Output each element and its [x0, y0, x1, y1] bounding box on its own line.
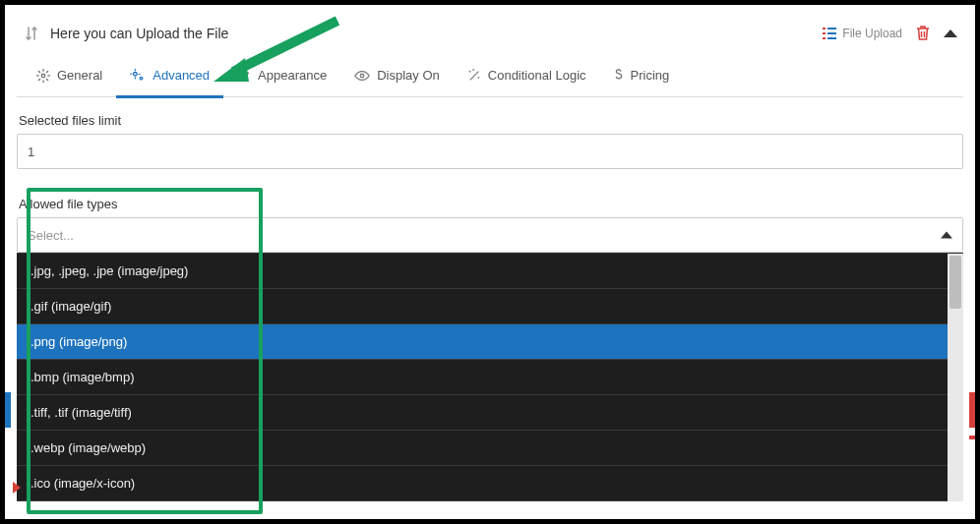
- selected-files-label: Selected files limit: [19, 113, 963, 128]
- panel-title: Here you can Upload the File: [50, 26, 228, 41]
- svg-point-21: [360, 74, 364, 78]
- gear-icon: [36, 69, 50, 83]
- caret-up-icon: [941, 232, 952, 239]
- tab-conditional-logic[interactable]: Conditional Logic: [454, 54, 600, 97]
- svg-rect-4: [827, 32, 836, 34]
- svg-point-6: [41, 74, 45, 78]
- allowed-types-select[interactable]: Select...: [17, 217, 963, 253]
- delete-button[interactable]: [916, 26, 930, 41]
- dropdown-option[interactable]: .ico (image/x-icon): [17, 466, 963, 501]
- allowed-types-placeholder: Select...: [28, 228, 74, 243]
- dropdown-option[interactable]: .tiff, .tif (image/tiff): [17, 395, 963, 431]
- svg-rect-3: [827, 28, 836, 29]
- edge-strip-blue: [5, 392, 11, 428]
- allowed-types-dropdown: .jpg, .jpeg, .jpe (image/jpeg) .gif (ima…: [17, 253, 963, 501]
- svg-line-11: [38, 71, 40, 73]
- svg-point-22: [469, 70, 471, 72]
- dropdown-option[interactable]: .bmp (image/bmp): [17, 360, 963, 395]
- tab-general[interactable]: General: [23, 54, 116, 97]
- trash-icon: [916, 26, 930, 41]
- svg-line-12: [46, 79, 48, 81]
- tab-label: Conditional Logic: [488, 68, 586, 83]
- text-cursor: [28, 227, 29, 245]
- dropdown-option[interactable]: .png (image/png): [17, 324, 963, 360]
- selected-files-input[interactable]: [17, 134, 963, 169]
- tab-label: Advanced: [153, 68, 210, 83]
- allowed-types-label: Allowed file types: [19, 197, 963, 211]
- svg-point-24: [472, 69, 474, 71]
- tab-advanced[interactable]: Advanced: [116, 54, 223, 97]
- brush-icon: [237, 69, 251, 83]
- field-type-label: File Upload: [842, 27, 902, 40]
- tab-pricing[interactable]: Pricing: [600, 54, 684, 97]
- svg-line-14: [46, 71, 48, 73]
- dropdown-option[interactable]: .jpg, .jpeg, .jpe (image/jpeg): [17, 254, 963, 289]
- svg-rect-5: [827, 37, 836, 39]
- dropdown-option[interactable]: .webp (image/webp): [17, 431, 963, 466]
- svg-point-23: [477, 76, 479, 78]
- eye-icon: [354, 69, 370, 83]
- svg-point-15: [134, 72, 138, 76]
- svg-point-16: [140, 77, 143, 80]
- drag-handle-icon[interactable]: [23, 25, 40, 42]
- svg-rect-1: [823, 32, 826, 34]
- red-triangle-icon: [13, 482, 21, 494]
- svg-line-13: [38, 79, 40, 81]
- edge-strip-red: [969, 436, 975, 439]
- scrollbar-thumb[interactable]: [949, 256, 961, 309]
- edge-strip-red: [969, 392, 975, 428]
- dollar-icon: [614, 69, 624, 83]
- tab-label: Display On: [377, 68, 440, 83]
- tab-label: General: [57, 68, 102, 83]
- tabs-bar: General Advanced Appearance Display On: [17, 54, 963, 97]
- dropdown-scrollbar[interactable]: [948, 254, 963, 501]
- svg-rect-0: [823, 28, 826, 29]
- tab-label: Appearance: [258, 68, 327, 83]
- panel-header: Here you can Upload the File File Upload: [17, 15, 963, 52]
- wand-icon: [467, 69, 481, 83]
- svg-rect-2: [823, 37, 826, 39]
- tab-appearance[interactable]: Appearance: [223, 54, 340, 97]
- list-icon: [823, 27, 836, 40]
- dropdown-option[interactable]: .gif (image/gif): [17, 289, 963, 324]
- tab-display-on[interactable]: Display On: [340, 54, 454, 97]
- gears-icon: [130, 69, 146, 83]
- tab-label: Pricing: [631, 68, 670, 83]
- collapse-button[interactable]: [944, 29, 957, 37]
- field-type-button[interactable]: File Upload: [823, 27, 902, 40]
